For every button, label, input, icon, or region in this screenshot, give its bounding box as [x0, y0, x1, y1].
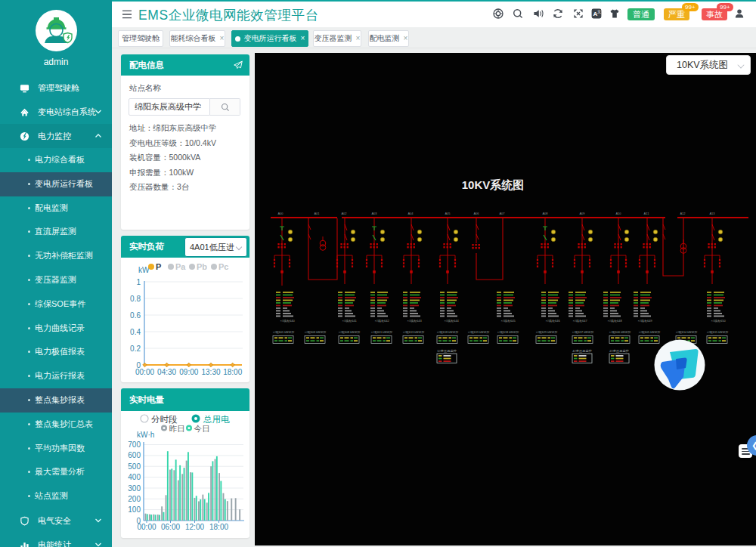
svg-text:×#线柜640: ×#线柜640	[280, 319, 295, 323]
svg-text:×#柜605 kW监控: ×#柜605 kW监控	[639, 330, 661, 334]
svg-text:A10: A10	[615, 212, 621, 215]
svg-text:A07: A07	[499, 212, 505, 215]
svg-text:0.8: 0.8	[130, 295, 141, 303]
svg-text:1: 1	[136, 278, 141, 286]
svg-text:×#柜629 kW监控: ×#柜629 kW监控	[536, 330, 558, 334]
svg-text:×#线柜643: ×#线柜643	[407, 319, 422, 323]
svg-text:今日: 今日	[194, 424, 210, 433]
svg-text:A05: A05	[445, 212, 451, 215]
svg-text:600: 600	[128, 451, 141, 459]
svg-text:分时段: 分时段	[151, 415, 178, 424]
svg-text:×#线柜641: ×#线柜641	[342, 319, 357, 323]
svg-text:×#线柜648: ×#线柜648	[607, 319, 622, 323]
svg-text:700: 700	[128, 440, 141, 449]
svg-text:4#变压器监控: 4#变压器监控	[572, 349, 592, 353]
svg-text:Pa: Pa	[175, 262, 186, 271]
svg-text:300: 300	[128, 484, 141, 493]
svg-text:A08: A08	[542, 212, 548, 215]
svg-text:×#柜615 kW监控: ×#柜615 kW监控	[707, 330, 729, 334]
svg-text:04:30: 04:30	[157, 368, 176, 376]
svg-text:Pc: Pc	[218, 262, 228, 271]
svg-text:A13: A13	[709, 212, 715, 215]
svg-text:12:00: 12:00	[185, 523, 204, 531]
svg-text:10KV系统图: 10KV系统图	[462, 178, 525, 191]
svg-text:06:00: 06:00	[161, 523, 180, 531]
svg-text:kW·h: kW·h	[137, 431, 154, 439]
svg-text:×#柜611 kW监控: ×#柜611 kW监控	[371, 330, 393, 334]
svg-text:1#变压器监控: 1#变压器监控	[437, 349, 457, 353]
svg-text:0.2: 0.2	[130, 345, 141, 353]
svg-text:18:00: 18:00	[223, 368, 242, 376]
svg-text:×#柜618 kW监控: ×#柜618 kW监控	[497, 330, 519, 334]
svg-text:×#柜601 kW监控: ×#柜601 kW监控	[273, 330, 295, 334]
svg-text:×#柜613 kW监控: ×#柜613 kW监控	[403, 330, 425, 334]
svg-text:0.6: 0.6	[130, 311, 141, 320]
svg-text:×#线柜644: ×#线柜644	[444, 319, 459, 323]
svg-text:P: P	[156, 262, 161, 271]
svg-text:A11: A11	[644, 212, 650, 215]
svg-text:09:00: 09:00	[179, 368, 198, 376]
svg-text:00:00: 00:00	[137, 523, 156, 531]
svg-text:Pb: Pb	[197, 262, 207, 271]
svg-text:×#柜637 kW监控: ×#柜637 kW监控	[572, 330, 594, 334]
svg-text:A12: A12	[680, 212, 686, 215]
svg-text:×#线柜642: ×#线柜642	[374, 319, 389, 323]
svg-text:kW: kW	[138, 266, 150, 274]
svg-text:500: 500	[128, 462, 141, 471]
svg-text:总用电: 总用电	[203, 415, 230, 424]
svg-text:×#柜606 kW监控: ×#柜606 kW监控	[609, 330, 631, 334]
svg-text:×#柜614 kW监控: ×#柜614 kW监控	[676, 330, 698, 334]
svg-text:×#线柜649: ×#线柜649	[637, 319, 652, 323]
svg-text:200: 200	[128, 495, 141, 503]
svg-text:昨日: 昨日	[169, 424, 185, 433]
svg-text:A04: A04	[407, 212, 414, 215]
svg-text:A00: A00	[277, 212, 284, 215]
svg-text:×#柜603 kW监控: ×#柜603 kW监控	[305, 330, 327, 334]
svg-text:文: 文	[597, 9, 601, 14]
svg-text:A03: A03	[371, 212, 377, 215]
svg-text:13:30: 13:30	[201, 368, 220, 376]
svg-text:×#线柜646: ×#线柜646	[545, 319, 560, 323]
svg-text:A06: A06	[473, 212, 479, 215]
svg-text:×#柜608 kW监控: ×#柜608 kW监控	[339, 330, 361, 334]
svg-text:×#柜618 kW监控: ×#柜618 kW监控	[437, 330, 459, 334]
svg-text:A09: A09	[579, 212, 585, 215]
svg-text:400: 400	[128, 473, 141, 481]
svg-text:0.4: 0.4	[130, 328, 141, 336]
svg-text:2#变压器监控: 2#变压器监控	[609, 349, 629, 353]
svg-text:00:00: 00:00	[135, 368, 154, 376]
svg-text:18:00: 18:00	[209, 523, 228, 531]
svg-text:A01: A01	[314, 212, 320, 215]
svg-text:×#线柜645: ×#线柜645	[500, 319, 516, 323]
svg-text:×#线柜647: ×#线柜647	[572, 319, 587, 323]
svg-text:100: 100	[128, 505, 141, 514]
svg-text:×#线柜650: ×#线柜650	[711, 319, 726, 323]
svg-text:A02: A02	[341, 212, 347, 215]
svg-text:×#柜619 kW监控: ×#柜619 kW监控	[468, 330, 490, 334]
